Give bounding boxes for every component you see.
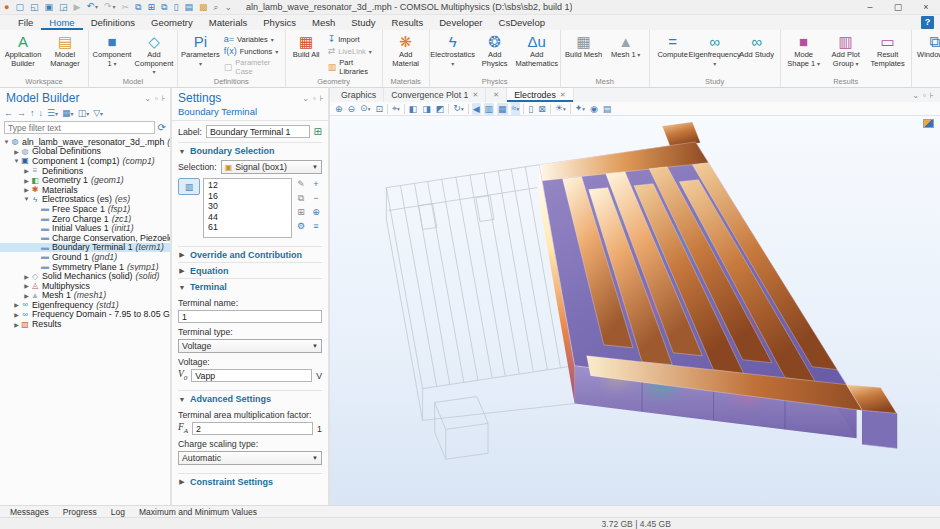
panel-menu-icon[interactable]: ⌄ — [302, 94, 309, 103]
section-boundary-selection[interactable]: ▼ Boundary Selection — [178, 142, 322, 158]
terminal-type-dropdown[interactable]: Voltage ▼ — [178, 339, 322, 353]
create-selection-icon[interactable]: ⚙ — [295, 221, 307, 234]
tree-expand-icon[interactable]: ▶ — [13, 148, 20, 155]
menu-tab-study[interactable]: Study — [343, 15, 383, 30]
menu-tab-geometry[interactable]: Geometry — [143, 15, 201, 30]
tree-expand-icon[interactable]: ▶ — [23, 273, 30, 280]
add-plot-group-button[interactable]: ▥Add Plot Group ▾ — [825, 31, 867, 77]
selection-entity[interactable]: 44 — [208, 212, 287, 223]
menu-tab-home[interactable]: Home — [41, 15, 82, 30]
open-file-icon[interactable]: ◱ — [30, 1, 39, 14]
view-zx-icon[interactable]: ◩ — [435, 103, 446, 115]
tree-item[interactable]: ▶▲Mesh 1(mesh1) — [0, 291, 170, 301]
add-component-button[interactable]: ◇Add Component ▾ — [133, 31, 175, 77]
selection-dropdown[interactable]: ▣ Signal (box1) ▼ — [221, 160, 322, 174]
compute-button[interactable]: =Compute — [652, 31, 694, 77]
move-up-icon[interactable]: ↑ — [30, 108, 35, 118]
lock-axes-icon[interactable]: ⊠ — [537, 103, 547, 115]
environment-icon[interactable]: ✦▾ — [574, 102, 586, 115]
undo-icon[interactable]: ↶▾ — [86, 0, 98, 14]
tree-item[interactable]: ▬Symmetry Plane 1(symp1) — [0, 262, 170, 272]
help-button[interactable]: ? — [921, 16, 934, 29]
add-material-button[interactable]: ❋Add Material — [385, 31, 427, 77]
tree-expand-icon[interactable]: ▶ — [23, 292, 30, 299]
graphics-tab[interactable]: ✕ — [486, 88, 507, 102]
parameters-button[interactable]: PiParameters ▾ — [180, 31, 221, 77]
tree-expand-icon[interactable]: ▼ — [13, 158, 20, 164]
component-1-button[interactable]: ■Component 1 ▾ — [91, 31, 133, 77]
minimize-button[interactable]: – — [856, 0, 884, 14]
selection-entity[interactable]: 30 — [208, 201, 287, 212]
tree-item[interactable]: ▶▧Results — [0, 319, 170, 329]
tree-item[interactable]: ▼▣Component 1 (comp1)(comp1) — [0, 156, 170, 166]
collapse-all-icon[interactable]: ☰▾ — [47, 108, 58, 118]
menu-tab-materials[interactable]: Materials — [201, 15, 256, 30]
section-equation[interactable]: ▶ Equation — [178, 262, 322, 278]
menu-tab-mesh[interactable]: Mesh — [304, 15, 343, 30]
tree-item[interactable]: ▶✱Materials — [0, 185, 170, 195]
close-panel-icon[interactable]: ⊦ — [162, 94, 166, 103]
delete-icon[interactable]: ▯ — [174, 1, 179, 14]
graphics-tab-electrodes[interactable]: Electrodes✕ — [507, 88, 573, 102]
selection-entity[interactable]: 61 — [208, 222, 287, 233]
paint-selection-icon[interactable]: ✎ — [295, 179, 307, 192]
redo-icon[interactable]: ↷▾ — [104, 0, 116, 14]
tree-expand-icon[interactable]: ▼ — [3, 139, 10, 145]
label-input[interactable] — [206, 125, 310, 138]
zoom-to-selection-icon[interactable]: ⊕ — [310, 207, 322, 220]
menu-tab-csdevelop[interactable]: CsDevelop — [491, 15, 553, 30]
forward-icon[interactable]: → — [17, 108, 26, 118]
build-mesh-button[interactable]: ▦Build Mesh — [563, 31, 605, 77]
tree-filter-input[interactable] — [4, 121, 155, 134]
float-panel-icon[interactable]: ▫ — [313, 94, 316, 103]
go-to-view-icon[interactable]: ⌖▾ — [391, 102, 401, 115]
area-factor-input[interactable] — [192, 422, 313, 435]
graphics-tab-convergence-plot-1[interactable]: Convergence Plot 1✕ — [384, 88, 486, 102]
tree-item[interactable]: ▶∞Eigenfrequency(std1) — [0, 300, 170, 310]
preview-icon[interactable]: ◲ — [59, 1, 68, 14]
menu-tab-developer[interactable]: Developer — [431, 15, 490, 30]
tree-settings-icon[interactable]: ▦▾ — [62, 108, 74, 118]
result-templates-button[interactable]: ▭Result Templates — [867, 31, 909, 77]
import-button[interactable]: ↧Import — [326, 34, 379, 44]
wireframe-icon[interactable]: ▦ — [497, 103, 508, 115]
selection-entity[interactable]: 12 — [208, 180, 287, 191]
float-panel-icon[interactable]: ▫ — [923, 91, 926, 100]
add-mathematics-button[interactable]: ΔuAdd Mathematics — [516, 31, 558, 77]
variables-button[interactable]: a=Variables▾ — [222, 34, 282, 44]
tree-expand-icon[interactable]: ▼ — [23, 196, 30, 202]
filter-icon[interactable]: ▽▾ — [93, 108, 103, 118]
terminal-name-input[interactable] — [178, 310, 322, 323]
print-icon[interactable]: ▤ — [602, 103, 613, 115]
plot-settings-icon[interactable]: ≈▾ — [511, 102, 521, 115]
tree-item[interactable]: ▶◬Multiphysics — [0, 281, 170, 291]
section-constraint[interactable]: ▶ Constraint Settings — [178, 473, 322, 489]
tree-item[interactable]: ▬Zero Charge 1(zc1) — [0, 214, 170, 224]
section-override[interactable]: ▶ Override and Contribution — [178, 246, 322, 262]
search-icon[interactable]: ⌕ — [214, 1, 219, 14]
menu-tab-file[interactable]: File — [10, 15, 41, 30]
close-tab-icon[interactable]: ✕ — [560, 91, 566, 99]
move-down-icon[interactable]: ↓ — [39, 108, 44, 118]
tree-item[interactable]: ▬Ground 1(gnd1) — [0, 252, 170, 262]
refresh-icon[interactable]: ⟳ — [158, 122, 166, 133]
new-file-icon[interactable]: ▢ — [15, 1, 24, 14]
mode-shape-1-button[interactable]: ■Mode Shape 1 ▾ — [783, 31, 825, 77]
copy-icon[interactable]: ⧉ — [135, 1, 141, 14]
zoom-box-icon[interactable]: ⊙▾ — [359, 102, 371, 115]
charge-scaling-dropdown[interactable]: Automatic ▼ — [178, 451, 322, 465]
comsol-logo-icon[interactable]: ● — [4, 1, 9, 14]
rotate-view-icon[interactable]: ↻▾ — [452, 102, 464, 115]
windows-button[interactable]: ⧉Windows ▾ — [914, 31, 940, 77]
rename-icon[interactable]: ⊞ — [314, 126, 322, 137]
graphics-canvas[interactable] — [330, 116, 940, 505]
graphics-tab-graphics[interactable]: Graphics — [334, 88, 384, 102]
add-study-button[interactable]: ∞Add Study — [736, 31, 778, 77]
back-icon[interactable]: ← — [4, 108, 13, 118]
dock-tab-log[interactable]: Log — [111, 507, 125, 517]
close-panel-icon[interactable]: ⊦ — [930, 91, 934, 100]
electrostatics-button[interactable]: ϟElectrostatics ▾ — [432, 31, 474, 77]
paste-selection-icon[interactable]: ⊞ — [295, 207, 307, 220]
close-panel-icon[interactable]: ⊦ — [320, 94, 324, 103]
panel-menu-icon[interactable]: ⌄ — [144, 94, 151, 103]
